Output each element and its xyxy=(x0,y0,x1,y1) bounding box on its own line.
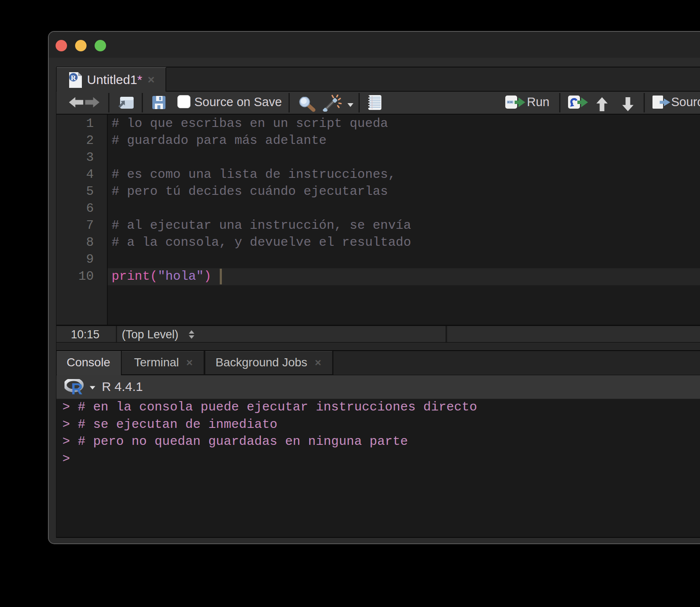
svg-text:R: R xyxy=(71,380,83,395)
svg-text:R: R xyxy=(71,74,76,82)
